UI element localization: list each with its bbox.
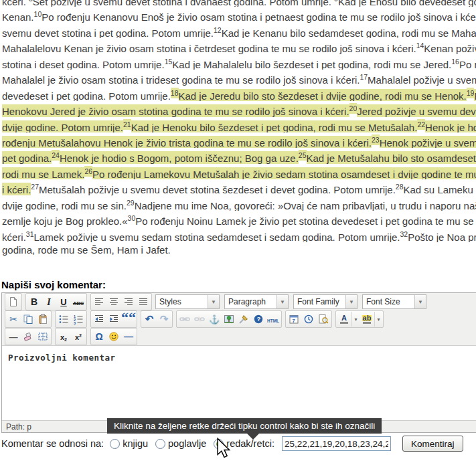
- bible-line[interactable]: kćeri. 8Šet poživje u svemu devet stotin…: [2, 0, 476, 7]
- styles-select-arrow-icon[interactable]: ▼: [208, 295, 219, 308]
- bible-line[interactable]: rođenju Metušalahovu Henok je živio tris…: [2, 132, 476, 148]
- italic-button[interactable]: I: [42, 294, 56, 309]
- code-button[interactable]: HTML: [266, 312, 281, 327]
- anchor-button[interactable]: ⚓: [207, 312, 222, 327]
- toolbar-group: ⚓?HTML: [176, 310, 282, 328]
- image-button[interactable]: [222, 312, 236, 327]
- editor-path[interactable]: Path: p: [6, 422, 31, 432]
- preview-button[interactable]: [316, 312, 331, 327]
- editor-content-area[interactable]: Proizvoljni komentar: [2, 345, 476, 421]
- bible-line[interactable]: devedeset i pet godina. Potom umrije.18K…: [2, 86, 476, 101]
- verse-text: Po rođenju Jeredovu: [459, 59, 476, 70]
- bible-line[interactable]: pet godina.24Henok je hodio s Bogom, pot…: [2, 148, 476, 163]
- svg-text:7: 7: [293, 318, 295, 324]
- help-button[interactable]: ?: [251, 312, 266, 327]
- verse-text: godina, rode mu se Šem, Ham i Jafet.: [2, 244, 171, 256]
- alignjustify-button[interactable]: [136, 294, 151, 309]
- backcolor-arrow-icon[interactable]: ▾: [374, 312, 382, 327]
- undo-icon: ↶: [145, 313, 154, 325]
- aligncenter-button[interactable]: [106, 294, 121, 309]
- verse-text: Kad je Jeredu bilo sto šezdeset i dvije …: [179, 89, 467, 101]
- sub-icon: x2: [60, 331, 67, 343]
- bible-line[interactable]: godina, rode mu se Šem, Ham i Jafet.: [2, 242, 476, 258]
- newdoc-button[interactable]: [6, 294, 21, 309]
- underline-button[interactable]: U: [56, 294, 71, 309]
- bible-line[interactable]: svemu devet stotina i pet godina. Potom …: [2, 23, 476, 38]
- outdent-button[interactable]: [92, 312, 106, 327]
- verse-text: Kad je Metušalahu bilo sto osamdeset i s…: [307, 151, 476, 163]
- removeformat-button[interactable]: [21, 329, 35, 344]
- visualaid-button[interactable]: [35, 329, 50, 344]
- numlist-button[interactable]: 123: [71, 312, 86, 327]
- toolbar-row: —x2x2Ω—: [2, 328, 476, 345]
- bible-line[interactable]: dvije godine, rodi mu se sin.29Nadjene m…: [2, 195, 476, 211]
- bible-line[interactable]: Mahalalelovu Kenan je živio osam stotina…: [2, 38, 476, 54]
- blockquote-button[interactable]: ““: [121, 312, 136, 327]
- paste-button[interactable]: [35, 312, 50, 327]
- insertdate-button[interactable]: 7: [287, 312, 301, 327]
- bible-line[interactable]: Henokovu Jered je živio osam stotina god…: [2, 101, 476, 116]
- hr-button[interactable]: —: [6, 329, 21, 344]
- cleanup-button[interactable]: [236, 312, 251, 327]
- undo-button[interactable]: ↶: [142, 312, 157, 327]
- verse-number: 10: [34, 10, 42, 18]
- fontfamily-select-arrow-icon[interactable]: ▼: [345, 295, 357, 308]
- bullist-button[interactable]: [56, 312, 71, 327]
- fontfamily-select[interactable]: Font Family▼: [293, 294, 358, 309]
- forecolor-arrow-icon[interactable]: ▾: [351, 312, 360, 327]
- verse-text: Mahalalelovu Kenan je živio osam stotina…: [2, 43, 416, 54]
- charmap-icon: Ω: [95, 331, 102, 343]
- radio-option-poglavlje[interactable]: poglavlje: [155, 438, 206, 449]
- copy-button[interactable]: [21, 312, 35, 327]
- bible-line[interactable]: i kćeri.27Metušalah poživje u svemu deve…: [2, 179, 476, 195]
- verse-number: 14: [416, 41, 424, 50]
- bible-line[interactable]: rodi mu se Lamek.26Po rođenju Lamekovu M…: [2, 164, 476, 179]
- indent-button[interactable]: [106, 312, 121, 327]
- advhr-button[interactable]: —: [121, 329, 136, 344]
- verse-text: pet godina.: [2, 151, 52, 163]
- styles-select[interactable]: Styles▼: [155, 294, 220, 309]
- editor-toolbar: BIUABCStyles▼Paragraph▼Font Family▼Font …: [2, 293, 476, 345]
- inserttime-button[interactable]: [301, 312, 316, 327]
- fontsize-select-arrow-icon[interactable]: ▼: [414, 295, 426, 308]
- bible-line[interactable]: Mahalalel je živio osam stotina i trides…: [2, 70, 476, 85]
- charmap-button[interactable]: Ω: [92, 329, 106, 344]
- styles-select-label: Styles: [156, 297, 208, 306]
- radio-icon-poglavlje[interactable]: [155, 439, 165, 449]
- toolbar-group: 123: [55, 310, 87, 328]
- forecolor-button[interactable]: A: [337, 312, 351, 327]
- bullist-icon: [58, 314, 69, 325]
- bible-line[interactable]: kćeri.31Lamek poživje u svemu sedam stot…: [2, 227, 476, 242]
- preview-icon: [318, 314, 329, 325]
- sup-button[interactable]: x2: [71, 329, 86, 344]
- strike-button[interactable]: ABC: [71, 294, 86, 309]
- verse-number: 26: [84, 166, 92, 177]
- comment-target-row: Komentar se odnosi na: knjigupoglavljere…: [1, 435, 463, 452]
- radio-option-knjigu[interactable]: knjigu: [110, 438, 148, 449]
- bible-line[interactable]: zemlje koju je Bog prokleo.«30Po rođenju…: [2, 211, 476, 226]
- verse-text: i kćeri.: [2, 183, 31, 195]
- toolbar-group: ✂: [5, 310, 52, 328]
- verse-text: devedeset i pet godina. Potom umrije.: [2, 90, 171, 101]
- alignright-icon: [123, 296, 134, 307]
- verse-number: 17: [360, 73, 368, 81]
- bible-line[interactable]: dvije godine. Potom umrije.21Kad je Heno…: [2, 117, 476, 132]
- bold-icon: B: [31, 296, 37, 308]
- bible-line[interactable]: stotina i deset godina. Potom umrije.15K…: [2, 54, 476, 70]
- submit-comment-button[interactable]: Komentiraj: [402, 436, 463, 452]
- format-select[interactable]: Paragraph▼: [224, 294, 289, 309]
- bible-line[interactable]: Kenan.10Po rođenju Kenanovu Enoš je živi…: [2, 7, 476, 22]
- backcolor-button[interactable]: ab: [360, 312, 374, 327]
- format-select-arrow-icon[interactable]: ▼: [276, 295, 288, 308]
- rows-input[interactable]: [282, 436, 391, 451]
- newdoc-icon: [8, 296, 19, 307]
- bold-button[interactable]: B: [27, 294, 42, 309]
- alignright-button[interactable]: [121, 294, 136, 309]
- verse-text: Kad je Kenanu bilo sedamdeset godina, ro…: [222, 27, 476, 38]
- alignleft-button[interactable]: [92, 294, 106, 309]
- emotions-button[interactable]: [106, 329, 121, 344]
- radio-icon-knjigu[interactable]: [110, 439, 120, 449]
- sub-button[interactable]: x2: [56, 329, 71, 344]
- cut-button[interactable]: ✂: [6, 312, 21, 327]
- fontsize-select[interactable]: Font Size▼: [362, 294, 426, 309]
